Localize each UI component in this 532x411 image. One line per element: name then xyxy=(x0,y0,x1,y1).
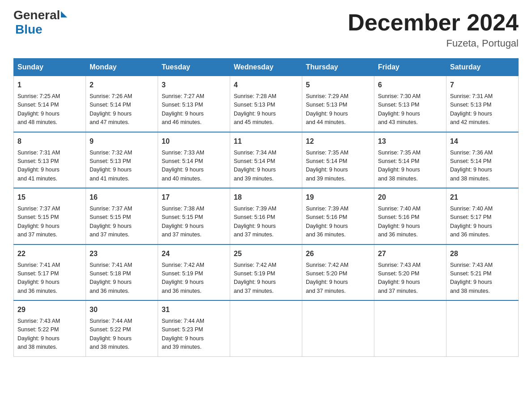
table-row: 25Sunrise: 7:42 AMSunset: 5:19 PMDayligh… xyxy=(230,244,302,301)
table-row: 10Sunrise: 7:33 AMSunset: 5:14 PMDayligh… xyxy=(158,132,230,188)
day-info: Sunrise: 7:35 AMSunset: 5:14 PMDaylight:… xyxy=(378,149,442,184)
table-row: 21Sunrise: 7:40 AMSunset: 5:17 PMDayligh… xyxy=(446,188,519,244)
day-info: Sunrise: 7:32 AMSunset: 5:13 PMDaylight:… xyxy=(90,149,154,184)
weekday-header-tuesday: Tuesday xyxy=(158,59,230,76)
day-info: Sunrise: 7:43 AMSunset: 5:22 PMDaylight:… xyxy=(17,317,82,352)
day-info: Sunrise: 7:34 AMSunset: 5:14 PMDaylight:… xyxy=(234,149,298,184)
day-number: 1 xyxy=(17,80,82,90)
day-info: Sunrise: 7:28 AMSunset: 5:13 PMDaylight:… xyxy=(234,92,298,127)
table-row: 18Sunrise: 7:39 AMSunset: 5:16 PMDayligh… xyxy=(230,188,302,244)
day-number: 26 xyxy=(306,248,370,259)
table-row: 24Sunrise: 7:42 AMSunset: 5:19 PMDayligh… xyxy=(158,244,230,301)
day-info: Sunrise: 7:37 AMSunset: 5:15 PMDaylight:… xyxy=(17,205,82,240)
table-row xyxy=(374,300,446,356)
day-number: 30 xyxy=(90,304,154,315)
day-info: Sunrise: 7:42 AMSunset: 5:19 PMDaylight:… xyxy=(234,261,298,296)
day-number: 29 xyxy=(17,304,82,315)
table-row: 7Sunrise: 7:31 AMSunset: 5:13 PMDaylight… xyxy=(446,76,519,132)
week-row-2: 8Sunrise: 7:31 AMSunset: 5:13 PMDaylight… xyxy=(14,132,519,188)
week-row-4: 22Sunrise: 7:41 AMSunset: 5:17 PMDayligh… xyxy=(14,244,519,301)
day-number: 18 xyxy=(234,192,298,203)
day-number: 6 xyxy=(378,80,442,90)
day-info: Sunrise: 7:44 AMSunset: 5:23 PMDaylight:… xyxy=(162,317,226,352)
day-info: Sunrise: 7:43 AMSunset: 5:21 PMDaylight:… xyxy=(450,261,515,296)
table-row: 16Sunrise: 7:37 AMSunset: 5:15 PMDayligh… xyxy=(86,188,158,244)
weekday-header-monday: Monday xyxy=(86,59,158,76)
page-header: General Blue December 2024 Fuzeta, Portu… xyxy=(13,9,519,49)
day-info: Sunrise: 7:39 AMSunset: 5:16 PMDaylight:… xyxy=(306,205,370,240)
day-number: 5 xyxy=(306,80,370,90)
table-row: 23Sunrise: 7:41 AMSunset: 5:18 PMDayligh… xyxy=(86,244,158,301)
day-number: 14 xyxy=(450,136,515,147)
table-row: 17Sunrise: 7:38 AMSunset: 5:15 PMDayligh… xyxy=(158,188,230,244)
table-row: 5Sunrise: 7:29 AMSunset: 5:13 PMDaylight… xyxy=(302,76,374,132)
week-row-5: 29Sunrise: 7:43 AMSunset: 5:22 PMDayligh… xyxy=(14,300,519,356)
day-number: 17 xyxy=(162,192,226,203)
day-info: Sunrise: 7:40 AMSunset: 5:16 PMDaylight:… xyxy=(378,205,442,240)
table-row xyxy=(446,300,519,356)
day-info: Sunrise: 7:44 AMSunset: 5:22 PMDaylight:… xyxy=(90,317,154,352)
day-info: Sunrise: 7:35 AMSunset: 5:14 PMDaylight:… xyxy=(306,149,370,184)
day-number: 10 xyxy=(162,136,226,147)
table-row: 4Sunrise: 7:28 AMSunset: 5:13 PMDaylight… xyxy=(230,76,302,132)
weekday-header-saturday: Saturday xyxy=(446,59,519,76)
day-info: Sunrise: 7:42 AMSunset: 5:19 PMDaylight:… xyxy=(162,261,226,296)
day-number: 15 xyxy=(17,192,82,203)
day-number: 25 xyxy=(234,248,298,259)
day-number: 7 xyxy=(450,80,515,90)
day-number: 12 xyxy=(306,136,370,147)
logo-triangle-icon xyxy=(61,11,67,17)
day-number: 13 xyxy=(378,136,442,147)
table-row: 11Sunrise: 7:34 AMSunset: 5:14 PMDayligh… xyxy=(230,132,302,188)
week-row-1: 1Sunrise: 7:25 AMSunset: 5:14 PMDaylight… xyxy=(14,76,519,132)
day-number: 28 xyxy=(450,248,515,259)
table-row: 6Sunrise: 7:30 AMSunset: 5:13 PMDaylight… xyxy=(374,76,446,132)
table-row xyxy=(230,300,302,356)
table-row: 3Sunrise: 7:27 AMSunset: 5:13 PMDaylight… xyxy=(158,76,230,132)
table-row xyxy=(302,300,374,356)
day-info: Sunrise: 7:30 AMSunset: 5:13 PMDaylight:… xyxy=(378,92,442,127)
table-row: 8Sunrise: 7:31 AMSunset: 5:13 PMDaylight… xyxy=(14,132,86,188)
weekday-header-thursday: Thursday xyxy=(302,59,374,76)
weekday-header-sunday: Sunday xyxy=(14,59,86,76)
weekday-header-friday: Friday xyxy=(374,59,446,76)
table-row: 22Sunrise: 7:41 AMSunset: 5:17 PMDayligh… xyxy=(14,244,86,301)
table-row: 20Sunrise: 7:40 AMSunset: 5:16 PMDayligh… xyxy=(374,188,446,244)
day-info: Sunrise: 7:31 AMSunset: 5:13 PMDaylight:… xyxy=(17,149,82,184)
weekday-header-row: SundayMondayTuesdayWednesdayThursdayFrid… xyxy=(14,59,519,76)
day-number: 3 xyxy=(162,80,226,90)
day-number: 19 xyxy=(306,192,370,203)
table-row: 19Sunrise: 7:39 AMSunset: 5:16 PMDayligh… xyxy=(302,188,374,244)
table-row: 2Sunrise: 7:26 AMSunset: 5:14 PMDaylight… xyxy=(86,76,158,132)
logo-blue-text: Blue xyxy=(13,22,43,37)
day-number: 27 xyxy=(378,248,442,259)
day-info: Sunrise: 7:42 AMSunset: 5:20 PMDaylight:… xyxy=(306,261,370,296)
day-number: 4 xyxy=(234,80,298,90)
day-number: 21 xyxy=(450,192,515,203)
day-number: 24 xyxy=(162,248,226,259)
day-info: Sunrise: 7:36 AMSunset: 5:14 PMDaylight:… xyxy=(450,149,515,184)
day-info: Sunrise: 7:39 AMSunset: 5:16 PMDaylight:… xyxy=(234,205,298,240)
table-row: 26Sunrise: 7:42 AMSunset: 5:20 PMDayligh… xyxy=(302,244,374,301)
day-info: Sunrise: 7:37 AMSunset: 5:15 PMDaylight:… xyxy=(90,205,154,240)
day-number: 8 xyxy=(17,136,82,147)
table-row: 9Sunrise: 7:32 AMSunset: 5:13 PMDaylight… xyxy=(86,132,158,188)
table-row: 13Sunrise: 7:35 AMSunset: 5:14 PMDayligh… xyxy=(374,132,446,188)
table-row: 29Sunrise: 7:43 AMSunset: 5:22 PMDayligh… xyxy=(14,300,86,356)
weekday-header-wednesday: Wednesday xyxy=(230,59,302,76)
day-info: Sunrise: 7:40 AMSunset: 5:17 PMDaylight:… xyxy=(450,205,515,240)
day-number: 11 xyxy=(234,136,298,147)
day-info: Sunrise: 7:27 AMSunset: 5:13 PMDaylight:… xyxy=(162,92,226,127)
table-row: 31Sunrise: 7:44 AMSunset: 5:23 PMDayligh… xyxy=(158,300,230,356)
title-block: December 2024 Fuzeta, Portugal xyxy=(348,9,519,49)
day-info: Sunrise: 7:33 AMSunset: 5:14 PMDaylight:… xyxy=(162,149,226,184)
table-row: 1Sunrise: 7:25 AMSunset: 5:14 PMDaylight… xyxy=(14,76,86,132)
week-row-3: 15Sunrise: 7:37 AMSunset: 5:15 PMDayligh… xyxy=(14,188,519,244)
day-info: Sunrise: 7:43 AMSunset: 5:20 PMDaylight:… xyxy=(378,261,442,296)
calendar-table: SundayMondayTuesdayWednesdayThursdayFrid… xyxy=(13,58,519,357)
table-row: 30Sunrise: 7:44 AMSunset: 5:22 PMDayligh… xyxy=(86,300,158,356)
day-info: Sunrise: 7:38 AMSunset: 5:15 PMDaylight:… xyxy=(162,205,226,240)
day-info: Sunrise: 7:26 AMSunset: 5:14 PMDaylight:… xyxy=(90,92,154,127)
day-info: Sunrise: 7:31 AMSunset: 5:13 PMDaylight:… xyxy=(450,92,515,127)
day-info: Sunrise: 7:25 AMSunset: 5:14 PMDaylight:… xyxy=(17,92,82,127)
